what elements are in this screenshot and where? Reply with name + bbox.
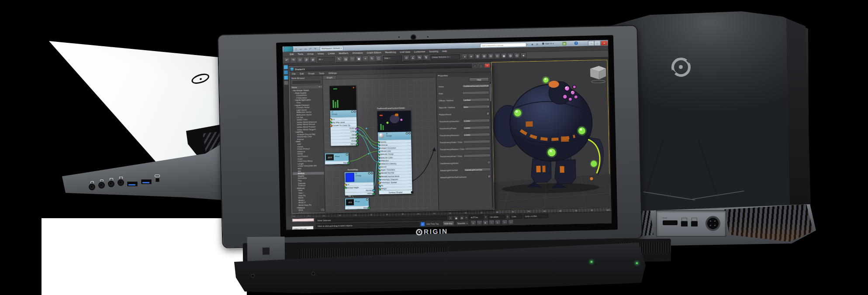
communicator-icon[interactable]: ✉ (562, 41, 567, 45)
go-to-start-icon[interactable]: « (470, 220, 476, 226)
help-button[interactable]: Help (469, 77, 489, 82)
history-icon[interactable]: ↺ (535, 42, 539, 46)
node-search-input[interactable] (291, 80, 321, 85)
maximize-button[interactable]: □ (478, 63, 484, 68)
snap-toggle-icon[interactable]: ∠ (410, 55, 416, 61)
surface-shader-output[interactable]: Surface Shader (379, 190, 412, 195)
3dsmax-logo-icon[interactable] (284, 46, 293, 52)
clear-filter-icon[interactable]: ≡ (321, 86, 322, 88)
render-icon[interactable]: ● (520, 52, 526, 58)
time-config-icon[interactable]: ◔ (508, 220, 513, 225)
workspace-dropdown[interactable]: Workspace: Default▾ (320, 46, 343, 51)
play-icon[interactable]: ► (483, 220, 488, 225)
menu-item[interactable]: Graph Editors (367, 51, 381, 54)
align-icon[interactable]: ≡ (468, 53, 474, 59)
bind-to-space-warp-icon[interactable]: ⊕ (310, 56, 316, 62)
window-crossing-icon[interactable]: ▣ (356, 55, 362, 62)
scene-explorer-icon[interactable] (284, 70, 288, 74)
select-and-link-icon[interactable]: ⊃ (297, 57, 303, 63)
property-value[interactable]: 0.0000 (463, 133, 490, 137)
property-value[interactable]: TraditionalGameSurfaceShader (462, 84, 489, 88)
property-value[interactable] (462, 91, 489, 95)
key-mode-icon[interactable]: ○ (501, 220, 507, 225)
time-tag-icon[interactable]: ◇ (420, 222, 425, 226)
property-value[interactable]: ✓ (488, 175, 491, 178)
menu-item[interactable]: Tools (319, 72, 324, 74)
maximize-button[interactable]: □ (594, 41, 601, 46)
perspective-viewport[interactable] (491, 60, 611, 210)
menu-item[interactable]: Group (308, 72, 315, 75)
help-button[interactable]: ? (574, 41, 578, 45)
port-dot[interactable] (372, 192, 375, 195)
reference-coordinate-dropdown[interactable]: View (383, 55, 402, 61)
minimize-button[interactable]: – (472, 63, 478, 68)
new-file-icon[interactable]: ▯ (294, 47, 298, 51)
notification-icon[interactable]: ! (448, 216, 453, 220)
named-selection-dropdown[interactable]: Create Selection S (430, 54, 460, 60)
use-center-icon[interactable]: ⊙ (403, 55, 409, 61)
menu-item[interactable]: Animation (352, 51, 363, 54)
select-and-rotate-icon[interactable]: ↻ (369, 55, 375, 62)
property-value[interactable] (487, 161, 491, 164)
close-button[interactable]: × (484, 63, 490, 67)
favorites-icon[interactable]: ★ (530, 42, 534, 46)
port-dot[interactable] (411, 191, 414, 194)
selection-lock-icon[interactable]: ▣ (454, 216, 459, 220)
mirror-icon[interactable]: ◑ (461, 54, 467, 60)
mini-listener[interactable]: Compilation (292, 226, 313, 230)
graph-canvas[interactable]: Shader Mode: HLSL_5 (322, 77, 439, 213)
go-to-end-icon[interactable]: » (495, 220, 500, 225)
percent-snap-icon[interactable]: % (416, 55, 422, 61)
utilities-panel-icon[interactable] (284, 81, 288, 85)
open-file-icon[interactable]: ▱ (299, 47, 303, 51)
selection-set-dropdown[interactable]: Selected (456, 220, 469, 226)
save-file-icon[interactable]: ▭ (304, 47, 308, 51)
graphite-ribbon-icon[interactable]: ⊞ (481, 53, 487, 59)
tree-item[interactable]: Cellular Noise (293, 211, 325, 213)
y-coordinate-field[interactable]: -14.102m (488, 215, 505, 219)
z-coordinate-field[interactable]: 1.0m (510, 215, 522, 219)
sign-in-button[interactable]: Sign In▾ (542, 42, 554, 45)
next-frame-icon[interactable]: › (488, 220, 494, 225)
float-node[interactable]: 10.0 Float float (325, 153, 349, 165)
property-value[interactable]: Blinn (463, 105, 490, 109)
property-value[interactable]: BakedLightColorSet (464, 168, 491, 172)
menu-item[interactable]: Group (307, 52, 314, 55)
previous-frame-icon[interactable]: ‹ (477, 220, 482, 225)
property-value[interactable]: 0.2000 (463, 119, 490, 123)
minimize-button[interactable]: – (588, 41, 595, 46)
menu-item[interactable]: File (292, 72, 295, 75)
rendered-frame-icon[interactable]: ◎ (514, 52, 520, 58)
absolute-mode-icon[interactable]: ⊞ (460, 215, 464, 220)
menu-item[interactable]: Tools (297, 53, 303, 55)
material-editor-icon[interactable]: ◉ (501, 53, 507, 59)
redo-small-icon[interactable]: ↷ (313, 47, 317, 51)
menu-item[interactable]: Modifiers (339, 52, 348, 55)
texture-map-node[interactable]: R Group UVMip Map LevelConvert To Linear… (329, 85, 358, 146)
render-setup-icon[interactable]: ◍ (507, 52, 513, 58)
menu-item[interactable]: Rendering (385, 51, 396, 53)
node-output[interactable]: float (325, 161, 349, 165)
menu-item[interactable]: Scripting (429, 50, 438, 52)
menu-item[interactable]: Settings (329, 72, 337, 74)
scroll-down-button[interactable]: ▾ (321, 209, 324, 211)
search-icon[interactable]: ⌕ (526, 42, 529, 46)
port-dot[interactable] (347, 161, 350, 164)
menu-item[interactable]: Civil View (400, 51, 410, 53)
redo-icon[interactable]: ↷ (290, 57, 296, 63)
surface-shader-node[interactable]: R Group OpacityEmissiveAmbient Occlusion… (377, 110, 413, 195)
x-coordinate-field[interactable]: -8.571m (469, 215, 484, 220)
property-value[interactable]: ✓ (486, 112, 490, 115)
select-and-scale-icon[interactable]: ◰ (375, 55, 381, 61)
select-object-icon[interactable]: ↖ (336, 56, 342, 62)
curve-editor-icon[interactable]: ⊟ (488, 53, 494, 59)
select-by-name-icon[interactable]: ▤ (342, 56, 349, 62)
menu-item[interactable]: Customize (414, 50, 425, 53)
close-button[interactable]: × (601, 41, 608, 46)
node-output[interactable]: Alpha (331, 142, 357, 146)
rectangular-selection-icon[interactable]: □ (349, 56, 355, 62)
menu-item[interactable]: Views (318, 52, 324, 55)
normalmap-node[interactable]: R Group UVNormal Height NormalAlpha (344, 171, 374, 196)
port-dot[interactable] (356, 143, 358, 146)
column-header[interactable]: Name (292, 86, 297, 88)
